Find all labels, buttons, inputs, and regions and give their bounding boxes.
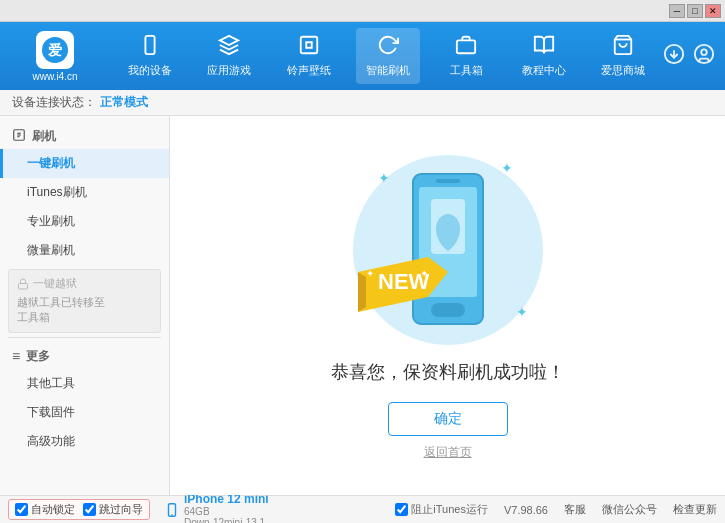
maximize-button[interactable]: □ [687,4,703,18]
svg-text:✦: ✦ [420,268,428,279]
status-value: 正常模式 [100,94,148,111]
back-to-home-link[interactable]: 返回首页 [424,444,472,461]
device-info: iPhone 12 mini 64GB Down-12mini-13.1 [166,492,269,524]
sidebar-section-flash: 刷机 [0,122,169,149]
more-section-icon: ≡ [12,348,20,364]
jailbreak-note: 越狱工具已转移至工具箱 [17,295,152,326]
nav-toolbox-label: 工具箱 [450,63,483,78]
nav-toolbox[interactable]: 工具箱 [436,28,496,84]
ringtone-icon [298,34,320,61]
customer-service-link[interactable]: 客服 [564,502,586,517]
sidebar-item-other-tools[interactable]: 其他工具 [0,369,169,398]
user-button[interactable] [693,43,715,70]
jailbreak-label: 一键越狱 [33,276,77,291]
itunes-status[interactable]: 阻止iTunes运行 [395,502,488,517]
version-label: V7.98.66 [504,504,548,516]
tutorial-icon [533,34,555,61]
content-area: ✦ ✦ ✦ [170,116,725,495]
nav-tutorial[interactable]: 教程中心 [512,28,576,84]
logo-url: www.i4.cn [32,71,77,82]
nav-apps-games[interactable]: 应用游戏 [197,28,261,84]
svg-rect-2 [145,36,154,54]
status-bar: 设备连接状态： 正常模式 [0,90,725,116]
sidebar-item-pro-flash[interactable]: 专业刷机 [0,207,169,236]
micro-flash-label: 微量刷机 [27,243,75,257]
sidebar-item-advanced[interactable]: 高级功能 [0,427,169,456]
svg-rect-5 [457,40,475,53]
download-button[interactable] [663,43,685,70]
svg-point-10 [701,49,707,55]
itunes-status-label: 阻止iTunes运行 [411,502,488,517]
auto-close-input[interactable] [15,503,28,516]
svg-rect-15 [19,283,28,289]
itunes-flash-label: iTunes刷机 [27,185,87,199]
header: 爱 www.i4.cn 我的设备 应用游戏 [0,22,725,90]
device-firmware: Down-12mini-13.1 [184,517,269,524]
close-button[interactable]: ✕ [705,4,721,18]
auto-close-checkbox[interactable]: 自动锁定 [15,502,75,517]
skip-wizard-label: 跳过向导 [99,502,143,517]
apps-icon [218,34,240,61]
other-tools-label: 其他工具 [27,376,75,390]
nav-wei-store-label: 爱思商城 [601,63,645,78]
status-label: 设备连接状态： [12,94,96,111]
new-badge: NEW ✦ ✦ [358,257,448,330]
logo-icon: 爱 [36,31,74,69]
wei-store-icon [612,34,634,61]
phone-illustration: ✦ ✦ ✦ [348,150,548,350]
nav-apps-label: 应用游戏 [207,63,251,78]
nav-ringtone[interactable]: 铃声壁纸 [277,28,341,84]
sidebar-section-more: ≡ 更多 [0,342,169,369]
bottom-right: 阻止iTunes运行 V7.98.66 客服 微信公众号 检查更新 [395,502,717,517]
confirm-button[interactable]: 确定 [388,402,508,436]
main-layout: 刷机 一键刷机 iTunes刷机 专业刷机 微量刷机 一键越狱 越狱工具已转移至… [0,116,725,495]
sidebar-item-itunes-flash[interactable]: iTunes刷机 [0,178,169,207]
nav-wei-store[interactable]: 爱思商城 [591,28,655,84]
device-details: iPhone 12 mini 64GB Down-12mini-13.1 [184,492,269,524]
toolbox-icon [455,34,477,61]
device-storage: 64GB [184,506,269,517]
advanced-label: 高级功能 [27,434,75,448]
sparkle-1: ✦ [378,170,390,186]
svg-rect-4 [301,37,318,54]
flash-section-label: 刷机 [32,128,56,145]
itunes-checkbox[interactable] [395,503,408,516]
bottom-left: 自动锁定 跳过向导 iPhone 12 mini 64GB Down-12min… [8,492,269,524]
nav-bar: 我的设备 应用游戏 铃声壁纸 [110,28,663,84]
pro-flash-label: 专业刷机 [27,214,75,228]
flash-section-icon [12,128,26,145]
svg-text:✦: ✦ [366,268,374,279]
sparkle-3: ✦ [516,304,528,320]
auto-close-label: 自动锁定 [31,502,75,517]
sidebar-divider [8,337,161,338]
bottom-bar: 自动锁定 跳过向导 iPhone 12 mini 64GB Down-12min… [0,495,725,523]
svg-rect-19 [436,179,460,183]
sidebar-item-micro-flash[interactable]: 微量刷机 [0,236,169,265]
title-bar: ─ □ ✕ [0,0,725,22]
nav-tutorial-label: 教程中心 [522,63,566,78]
sidebar: 刷机 一键刷机 iTunes刷机 专业刷机 微量刷机 一键越狱 越狱工具已转移至… [0,116,170,495]
nav-smart-flash[interactable]: 智能刷机 [356,28,420,84]
svg-text:爱: 爱 [48,42,62,58]
nav-my-device[interactable]: 我的设备 [118,28,182,84]
sidebar-item-download-firmware[interactable]: 下载固件 [0,398,169,427]
smart-flash-icon [377,34,399,61]
success-text: 恭喜您，保资料刷机成功啦！ [331,360,565,384]
sidebar-item-one-click-flash[interactable]: 一键刷机 [0,149,169,178]
window-controls: ─ □ ✕ [669,4,721,18]
wechat-link[interactable]: 微信公众号 [602,502,657,517]
nav-smart-flash-label: 智能刷机 [366,63,410,78]
header-right [663,43,715,70]
skip-wizard-checkbox[interactable]: 跳过向导 [83,502,143,517]
nav-ringtone-label: 铃声壁纸 [287,63,331,78]
logo[interactable]: 爱 www.i4.cn [10,31,100,82]
sparkle-2: ✦ [501,160,513,176]
one-click-flash-label: 一键刷机 [27,156,75,170]
check-update-link[interactable]: 检查更新 [673,502,717,517]
jailbreak-section: 一键越狱 越狱工具已转移至工具箱 [8,269,161,333]
my-device-icon [139,34,161,61]
minimize-button[interactable]: ─ [669,4,685,18]
more-section-label: 更多 [26,348,50,365]
skip-wizard-input[interactable] [83,503,96,516]
svg-marker-22 [358,272,366,312]
